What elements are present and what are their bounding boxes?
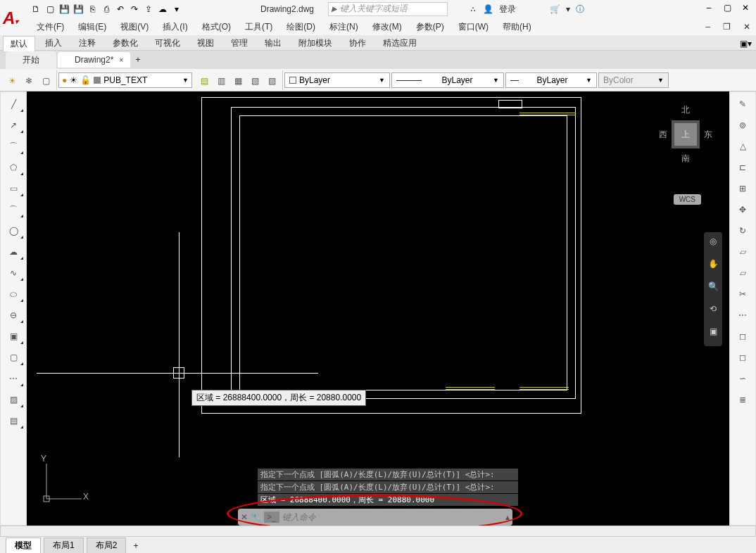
layermore-icon[interactable]: ▧ bbox=[247, 72, 263, 88]
point-icon[interactable]: ⋯ bbox=[2, 369, 25, 388]
ribbon-tab-6[interactable]: 管理 bbox=[224, 36, 255, 51]
help-icon[interactable]: ⓘ bbox=[576, 4, 584, 15]
ellipsearc-icon[interactable]: ⊖ bbox=[2, 306, 25, 324]
rectangle-icon[interactable]: ▭ bbox=[2, 179, 25, 198]
linetype-dropdown[interactable]: ——— ByLayer▼ bbox=[391, 72, 504, 88]
new-tab-icon[interactable]: ＋ bbox=[132, 53, 144, 66]
menu-参数(P)[interactable]: 参数(P) bbox=[410, 20, 450, 34]
pan-icon[interactable]: ✋ bbox=[705, 259, 721, 274]
layer-dropdown[interactable]: ● ☀ 🔓 PUB_TEXT ▼ bbox=[58, 72, 192, 88]
ribbon-tab-1[interactable]: 插入 bbox=[38, 36, 69, 51]
cmd-close-icon[interactable]: ✕ bbox=[241, 512, 248, 522]
showmotion-icon[interactable]: ▣ bbox=[705, 326, 721, 342]
scale-icon[interactable]: ▱ bbox=[731, 243, 754, 261]
spline-icon[interactable]: ∿ bbox=[2, 264, 25, 282]
saveas-icon[interactable]: 💾 bbox=[72, 3, 84, 15]
menu-编辑(E)[interactable]: 编辑(E) bbox=[73, 20, 112, 34]
export-icon[interactable]: ⎘ bbox=[86, 3, 99, 15]
circle-icon[interactable]: ⌒ bbox=[2, 137, 25, 155]
viewcube-north[interactable]: 北 bbox=[657, 103, 714, 117]
maximize-icon[interactable]: ▢ bbox=[719, 3, 735, 15]
viewcube-east[interactable]: 东 bbox=[703, 127, 714, 142]
qat-more-icon[interactable]: ▾ bbox=[170, 3, 183, 15]
command-input[interactable] bbox=[282, 512, 503, 522]
login-label[interactable]: 登录 bbox=[499, 4, 516, 15]
ribbon-tab-3[interactable]: 参数化 bbox=[106, 36, 145, 51]
align-icon[interactable]: ≣ bbox=[731, 390, 754, 409]
circle2-icon[interactable]: ⊚ bbox=[731, 116, 754, 134]
layermore2-icon[interactable]: ▨ bbox=[264, 72, 279, 88]
menu-窗口(W)[interactable]: 窗口(W) bbox=[453, 20, 494, 34]
undo-icon[interactable]: ↶ bbox=[114, 3, 127, 15]
wheel-icon[interactable]: ◎ bbox=[705, 236, 721, 252]
arc-icon[interactable]: ⌒ bbox=[2, 201, 25, 219]
plotstyle-dropdown[interactable]: ByColor▼ bbox=[598, 72, 669, 88]
menu-标注(N)[interactable]: 标注(N) bbox=[324, 20, 364, 34]
polygon-icon[interactable]: ⬠ bbox=[2, 158, 25, 177]
color-dropdown[interactable]: ByLayer▼ bbox=[284, 72, 390, 88]
h-scrollbar[interactable] bbox=[0, 526, 756, 537]
search-box[interactable]: 键入关键字或短语 bbox=[328, 2, 448, 16]
menu-格式(O)[interactable]: 格式(O) bbox=[196, 20, 237, 34]
app-icon[interactable]: ▾ bbox=[566, 4, 570, 14]
revcloud-icon[interactable]: ☁ bbox=[2, 243, 25, 261]
extend-icon[interactable]: ⋯ bbox=[731, 306, 754, 324]
trim-icon[interactable]: ✂ bbox=[731, 285, 754, 303]
viewcube-south[interactable]: 南 bbox=[657, 151, 714, 166]
orbit-icon[interactable]: ⟲ bbox=[705, 304, 721, 319]
minimize-icon[interactable]: – bbox=[701, 3, 717, 15]
menu-帮助(H)[interactable]: 帮助(H) bbox=[497, 20, 537, 34]
ribbon-tab-10[interactable]: 精选应用 bbox=[376, 36, 424, 51]
viewcube-top[interactable]: 上 bbox=[672, 120, 700, 148]
cloud-icon[interactable]: ☁ bbox=[156, 3, 169, 15]
hatch-icon[interactable]: ▨ bbox=[2, 390, 25, 409]
layeriso-icon[interactable]: ▥ bbox=[213, 72, 229, 88]
print-icon[interactable]: ⎙ bbox=[100, 3, 113, 15]
blend-icon[interactable]: ∽ bbox=[731, 369, 754, 388]
rotate-icon[interactable]: ↻ bbox=[731, 222, 754, 240]
menu-文件(F)[interactable]: 文件(F) bbox=[31, 20, 70, 34]
cmd-wrench-icon[interactable]: 🔧 bbox=[251, 512, 261, 522]
zoom-icon[interactable]: 🔍 bbox=[705, 281, 721, 297]
layer-manager-icon[interactable]: ☀ bbox=[4, 72, 20, 88]
offset-icon[interactable]: ⊏ bbox=[731, 158, 754, 177]
ribbon-tab-2[interactable]: 注释 bbox=[72, 36, 103, 51]
block2-icon[interactable]: ▢ bbox=[2, 348, 25, 367]
ribbon-tab-0[interactable]: 默认 bbox=[3, 36, 35, 51]
chamfer-icon[interactable]: ◻ bbox=[731, 348, 754, 367]
layout-tab-2[interactable]: 布局2 bbox=[87, 538, 127, 554]
line-icon[interactable]: ╱ bbox=[2, 95, 25, 113]
ribbon-tab-4[interactable]: 可视化 bbox=[148, 36, 187, 51]
menu-绘图(D)[interactable]: 绘图(D) bbox=[281, 20, 321, 34]
menu-修改(M)[interactable]: 修改(M) bbox=[367, 20, 408, 34]
exchange-icon[interactable]: ⛬ bbox=[469, 4, 477, 14]
viewcube[interactable]: 北 西 上 东 南 bbox=[657, 103, 714, 166]
ribbon-tab-5[interactable]: 视图 bbox=[190, 36, 221, 51]
layer-freeze-icon[interactable]: ❄ bbox=[21, 72, 37, 88]
ucs-icon[interactable]: X Y bbox=[39, 457, 89, 506]
layout-tab-0[interactable]: 模型 bbox=[6, 538, 41, 554]
cart-icon[interactable]: 🛒 bbox=[550, 4, 560, 14]
close-icon[interactable]: ✕ bbox=[738, 3, 753, 15]
open-icon[interactable]: ▢ bbox=[44, 3, 56, 15]
polyline-icon[interactable]: ↗ bbox=[2, 116, 25, 134]
doc-tab[interactable]: Drawing2*× bbox=[58, 52, 130, 68]
app-logo[interactable]: A▾ bbox=[3, 8, 27, 32]
menu-插入(I)[interactable]: 插入(I) bbox=[157, 20, 193, 34]
ellipse-icon[interactable]: ◯ bbox=[2, 222, 25, 240]
ellipse2-icon[interactable]: ⬭ bbox=[2, 285, 25, 303]
new-icon[interactable]: 🗋 bbox=[30, 3, 42, 15]
doc-tab[interactable]: 开始 bbox=[6, 51, 56, 69]
layerstate-icon[interactable]: ▤ bbox=[196, 72, 212, 88]
layeroff-icon[interactable]: ▦ bbox=[230, 72, 246, 88]
array-icon[interactable]: ⊞ bbox=[731, 179, 754, 198]
layout-tab-1[interactable]: 布局1 bbox=[44, 538, 84, 554]
move-icon[interactable]: ✥ bbox=[731, 201, 754, 219]
doc-minimize-icon[interactable]: – bbox=[700, 20, 716, 33]
drawing-canvas[interactable]: 区域 = 26888400.0000，周长 = 20880.0000 X Y 北… bbox=[27, 91, 729, 526]
ribbon-tab-9[interactable]: 协作 bbox=[342, 36, 373, 51]
draw-icon[interactable]: ✎ bbox=[731, 95, 754, 113]
add-layout-icon[interactable]: ＋ bbox=[132, 540, 140, 552]
doc-close-icon[interactable]: ✕ bbox=[738, 20, 756, 33]
ribbon-tab-8[interactable]: 附加模块 bbox=[291, 36, 339, 51]
